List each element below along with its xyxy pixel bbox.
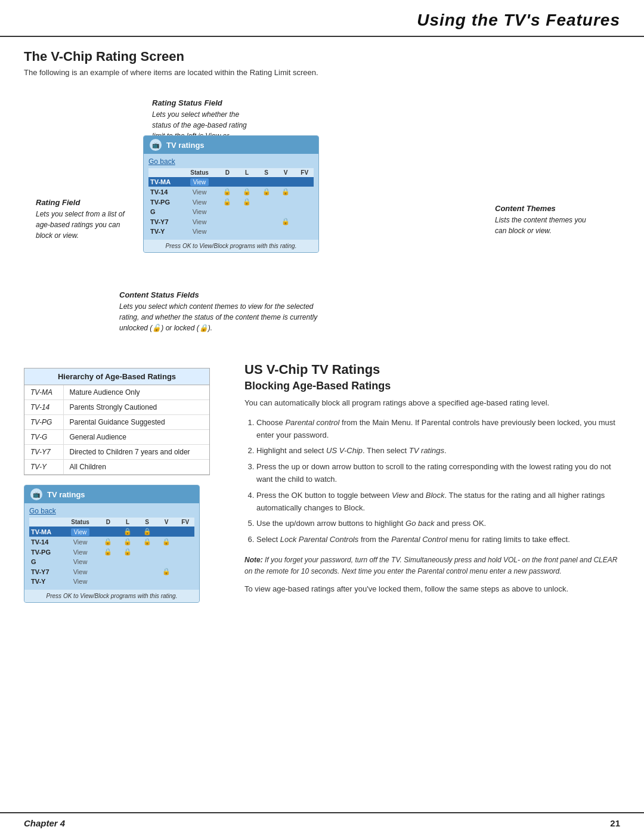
rf-title: Rating Field xyxy=(36,198,131,207)
table-row: TV-G General Audience xyxy=(24,430,209,445)
page-title: Using the TV's Features xyxy=(417,11,620,29)
rating-description: All Children xyxy=(63,460,209,475)
final-note: To view age-based ratings after you've l… xyxy=(244,583,620,596)
hierarchy-data-table: TV-MA Mature Audience Only TV-14 Parents… xyxy=(24,385,209,475)
list-item: Press the OK button to toggle between Vi… xyxy=(256,490,620,515)
col-rating xyxy=(148,168,181,177)
table-row[interactable]: TV-MA View xyxy=(148,177,314,187)
col-status: Status xyxy=(181,168,218,177)
rating-code: TV-14 xyxy=(24,400,63,415)
col-d: D xyxy=(218,168,237,177)
rating-code: TV-Y xyxy=(24,460,63,475)
main-content: The V-Chip Rating Screen The following i… xyxy=(0,37,644,639)
table-row[interactable]: G View xyxy=(29,557,194,566)
two-col-layout: Hierarchy of Age-Based Ratings TV-MA Mat… xyxy=(24,362,620,603)
table-row[interactable]: TV-14 View 🔒 🔒 🔒 🔒 xyxy=(29,537,194,547)
rating-field-annotation: Rating Field Lets you select from a list… xyxy=(36,198,131,241)
tv-ratings-box-bottom: 📺 TV ratings Go back Status D L S xyxy=(24,485,200,603)
col-l: L xyxy=(237,168,257,177)
content-status-annotation: Content Status Fields Lets you select wh… xyxy=(119,290,328,333)
rating-code: TV-MA xyxy=(24,385,63,400)
tv-ratings-footer: Press OK to View/Block programs with thi… xyxy=(144,240,318,252)
table-row: TV-MA Mature Audience Only xyxy=(24,385,209,400)
rating-code: TV-Y7 xyxy=(148,216,181,227)
rsf-title: Rating Status Field xyxy=(152,98,247,107)
diagram-area: Rating Status Field Lets you select whet… xyxy=(24,88,620,350)
rating-description: General Audience xyxy=(63,430,209,445)
footer-chapter: Chapter 4 xyxy=(24,818,65,828)
list-item: Use the up/down arrow buttons to highlig… xyxy=(256,518,620,530)
ratings-table-bottom: Status D L S V FV TV-MA View xyxy=(29,518,194,586)
table-row: TV-Y7 Directed to Children 7 years and o… xyxy=(24,445,209,460)
table-row[interactable]: G View xyxy=(148,207,314,216)
rating-status: View xyxy=(181,227,218,236)
rating-status: View xyxy=(181,216,218,227)
content-themes-annotation: Content Themes Lists the content themes … xyxy=(495,204,590,236)
rating-code: TV-PG xyxy=(148,197,181,207)
table-row[interactable]: TV-Y7 View 🔒 xyxy=(148,216,314,227)
rating-status: View xyxy=(181,177,218,187)
col-left: Hierarchy of Age-Based Ratings TV-MA Mat… xyxy=(24,362,227,603)
table-row[interactable]: TV-Y View xyxy=(29,577,194,586)
footer-page-number: 21 xyxy=(610,818,620,828)
table-row: TV-14 Parents Strongly Cautioned xyxy=(24,400,209,415)
table-row[interactable]: TV-Y7 View 🔒 xyxy=(29,566,194,577)
ct-text: Lists the content themes you can block o… xyxy=(495,215,590,236)
list-item: Press the up or down arrow button to scr… xyxy=(256,461,620,486)
go-back-link[interactable]: Go back xyxy=(148,157,314,166)
note-block: Note: If you forget your password, turn … xyxy=(244,555,620,577)
rating-code: TV-MA xyxy=(148,177,181,187)
tv-ratings-body-2: Go back Status D L S V FV xyxy=(24,503,199,590)
csf-text: Lets you select which content themes to … xyxy=(119,301,328,333)
rf-text: Lets you select from a list of age-based… xyxy=(36,209,131,241)
col-s: S xyxy=(256,168,276,177)
go-back-link-2[interactable]: Go back xyxy=(29,507,194,515)
table-row[interactable]: TV-PG View 🔒 🔒 xyxy=(148,197,314,207)
tv-ratings-icon-2: 📺 xyxy=(30,488,42,500)
table-row[interactable]: TV-14 View 🔒 🔒 🔒 🔒 xyxy=(148,187,314,197)
csf-title: Content Status Fields xyxy=(119,290,328,299)
list-item: Choose Parental control from the Main Me… xyxy=(256,417,620,442)
steps-list: Choose Parental control from the Main Me… xyxy=(244,417,620,546)
col-right: US V-Chip TV Ratings Blocking Age-Based … xyxy=(244,362,620,603)
rating-code: TV-Y xyxy=(148,227,181,236)
rating-description: Parents Strongly Cautioned xyxy=(63,400,209,415)
tv-ratings-footer-2: Press OK to View/Block programs with thi… xyxy=(24,590,199,602)
section1-title: The V-Chip Rating Screen xyxy=(24,49,620,64)
table-row[interactable]: TV-Y View xyxy=(148,227,314,236)
rating-code: TV-14 xyxy=(148,187,181,197)
tv-ratings-icon: 📺 xyxy=(150,139,162,151)
tv-ratings-body: Go back Status D L S V FV xyxy=(144,154,318,240)
rating-description: Mature Audience Only xyxy=(63,385,209,400)
blocking-title: Blocking Age-Based Ratings xyxy=(244,380,620,392)
hierarchy-table: Hierarchy of Age-Based Ratings TV-MA Mat… xyxy=(24,368,210,475)
note-text: If you forget your password, turn off th… xyxy=(244,556,617,575)
tv-ratings-box-top: 📺 TV ratings Go back Status D L S V F xyxy=(143,135,319,253)
section1-subtitle: The following is an example of where ite… xyxy=(24,68,620,77)
page-header: Using the TV's Features xyxy=(0,0,644,37)
note-label: Note: xyxy=(244,556,265,564)
ct-title: Content Themes xyxy=(495,204,590,213)
rating-description: Parental Guidance Suggested xyxy=(63,415,209,430)
intro-text: You can automatically block all program … xyxy=(244,397,620,410)
page-footer: Chapter 4 21 xyxy=(0,812,644,833)
rating-code: TV-Y7 xyxy=(24,445,63,460)
rating-status: View xyxy=(181,207,218,216)
rating-status: View xyxy=(181,187,218,197)
tv-ratings-header: 📺 TV ratings xyxy=(144,136,318,154)
table-row[interactable]: TV-PG View 🔒 🔒 xyxy=(29,547,194,557)
ratings-table-top: Status D L S V FV TV-MA View xyxy=(148,168,314,236)
hierarchy-table-header: Hierarchy of Age-Based Ratings xyxy=(24,368,209,385)
rating-status: View xyxy=(181,197,218,207)
tv-ratings-title: TV ratings xyxy=(166,141,205,150)
col-v: V xyxy=(276,168,296,177)
table-row: TV-Y All Children xyxy=(24,460,209,475)
table-row[interactable]: TV-MA View 🔒 🔒 xyxy=(29,527,194,537)
list-item: Highlight and select US V-Chip. Then sel… xyxy=(256,445,620,457)
col-fv: FV xyxy=(295,168,314,177)
rating-code: G xyxy=(148,207,181,216)
tv-ratings-title-2: TV ratings xyxy=(47,490,85,499)
rating-code: TV-G xyxy=(24,430,63,445)
us-vchip-title: US V-Chip TV Ratings xyxy=(244,362,620,377)
list-item: Select Lock Parental Controls from the P… xyxy=(256,534,620,546)
